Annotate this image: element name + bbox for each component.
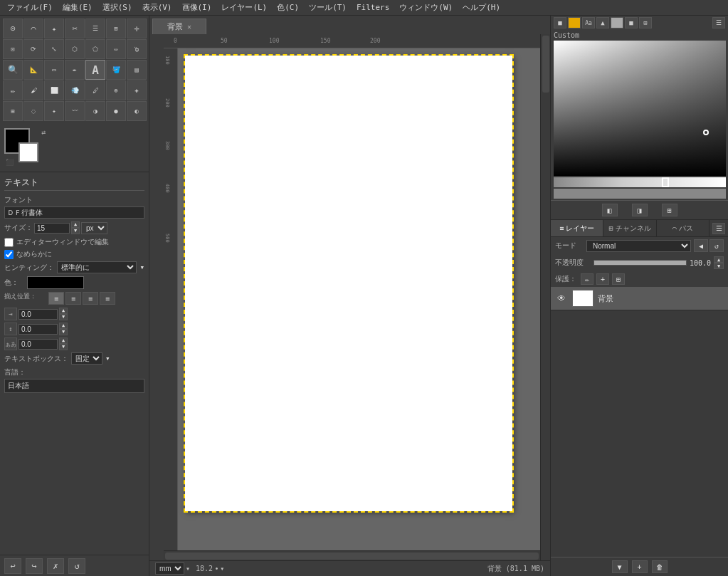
delete-btn[interactable]: ✗ (47, 558, 64, 574)
linespacing-up[interactable]: ▲ (59, 323, 68, 329)
align-center-btn[interactable]: ≡ (65, 292, 81, 305)
tool-crop[interactable]: ⊡ (3, 39, 23, 59)
tool-ink[interactable]: 🖊 (85, 80, 105, 100)
background-color[interactable] (19, 142, 38, 162)
tool-heal[interactable]: ✚ (127, 80, 147, 100)
letterspacing-up[interactable]: ▲ (59, 337, 68, 344)
redo-btn[interactable]: ↪ (26, 558, 43, 574)
opacity-down-btn[interactable]: ▼ (714, 263, 724, 269)
scrollbar-horizontal[interactable] (164, 550, 540, 560)
right-tool-4[interactable]: ▲ (596, 17, 609, 28)
tool-paintbucket[interactable]: 🪣 (106, 60, 126, 80)
undo-btn[interactable]: ↩ (4, 558, 21, 574)
menu-tools[interactable]: ツール(T) (305, 1, 351, 14)
tool-blend[interactable]: ▤ (127, 60, 147, 80)
canvas-document[interactable] (185, 56, 512, 511)
tool-perspective[interactable]: ⬠ (85, 39, 105, 59)
size-down-arrow[interactable]: ▼ (71, 228, 80, 234)
hue-handle[interactable] (662, 177, 669, 187)
right-tool-3[interactable]: Aa (582, 17, 595, 28)
font-name-input[interactable] (4, 206, 144, 219)
canvas-tab-close-icon[interactable]: ✕ (187, 23, 191, 31)
color-picker-handle[interactable] (703, 130, 709, 135)
lang-value[interactable]: 日本語 (4, 379, 144, 393)
tool-rect-select[interactable]: ▭ (44, 60, 64, 80)
tool-dodge[interactable]: ◑ (85, 101, 105, 121)
color-to-bg-btn[interactable]: ◨ (632, 204, 648, 216)
tool-sharpen[interactable]: ✦ (44, 101, 64, 121)
tool-eraser[interactable]: ⬜ (44, 80, 64, 100)
menu-file[interactable]: ファイル(F) (3, 1, 57, 14)
tool-measure[interactable]: 📐 (23, 60, 43, 80)
tab-layers[interactable]: ≡ レイヤー (551, 220, 603, 236)
right-panel-menu[interactable]: ☰ (712, 17, 725, 28)
tool-text[interactable]: A (85, 60, 105, 80)
scrollbar-vertical[interactable] (540, 34, 550, 560)
tool-flip[interactable]: ⇔ (106, 39, 126, 59)
layer-delete-btn[interactable]: 🗑 (652, 560, 668, 573)
protect-alpha-btn[interactable]: + (596, 273, 609, 285)
tool-eyedropper[interactable]: 🖰 (127, 39, 147, 59)
tool-clone[interactable]: ⊕ (106, 80, 126, 100)
letterspacing-down[interactable]: ▼ (59, 344, 68, 350)
right-tool-5[interactable] (611, 17, 623, 28)
layer-item[interactable]: 👁 背景 (551, 287, 728, 310)
menu-image[interactable]: 画像(I) (178, 1, 216, 14)
tool-scale[interactable]: ⤡ (44, 39, 64, 59)
canvas-viewport[interactable] (178, 48, 540, 550)
text-color-swatch[interactable] (27, 276, 84, 289)
color-gradient-box[interactable] (554, 41, 726, 176)
menu-color[interactable]: 色(C) (273, 1, 303, 14)
tool-blur[interactable]: ◌ (23, 101, 43, 121)
tool-path[interactable]: ✒ (65, 60, 85, 80)
right-tool-7[interactable]: ⊞ (639, 17, 652, 28)
editor-window-checkbox[interactable] (4, 238, 14, 247)
canvas-tab-background[interactable]: 背景 ✕ (152, 19, 206, 34)
size-unit-select[interactable]: px (81, 222, 107, 234)
menu-layer[interactable]: レイヤー(L) (217, 1, 271, 14)
tool-airbrush[interactable]: 💨 (65, 80, 85, 100)
tool-paintbrush[interactable]: 🖌 (23, 80, 43, 100)
opacity-up-btn[interactable]: ▲ (714, 256, 724, 263)
hue-slider[interactable] (554, 177, 726, 187)
menu-select[interactable]: 選択(S) (98, 1, 137, 14)
tool-burn[interactable]: ● (106, 101, 126, 121)
layers-panel-menu-btn[interactable]: ☰ (712, 223, 725, 234)
tool-ellipse-select[interactable]: ⊙ (3, 19, 23, 38)
menu-view[interactable]: 表示(V) (138, 1, 176, 14)
swap-colors-icon[interactable]: ⇄ (41, 128, 46, 136)
color-grid-btn[interactable]: ⊞ (662, 204, 677, 216)
linespacing-input[interactable] (19, 324, 58, 335)
layer-down-btn[interactable]: ▼ (612, 560, 628, 573)
unit-select[interactable]: mm (155, 562, 184, 575)
alpha-slider[interactable] (554, 189, 726, 199)
tool-magnify[interactable]: 🔍 (3, 60, 23, 80)
textbox-select[interactable]: 固定 (71, 352, 102, 365)
right-tool-6[interactable]: ■ (625, 17, 638, 28)
tool-move[interactable]: ✛ (127, 19, 147, 38)
color-to-fg-btn[interactable]: ◧ (602, 204, 618, 216)
mode-prev-btn[interactable]: ◀ (694, 239, 708, 252)
menu-help[interactable]: ヘルプ(H) (458, 1, 505, 14)
tool-free-select[interactable]: ⌒ (23, 19, 43, 38)
right-tool-2[interactable] (568, 17, 581, 28)
tool-foreground-select[interactable]: ☰ (85, 19, 105, 38)
tool-pencil[interactable]: ✏ (3, 80, 23, 100)
tool-desaturate[interactable]: ◐ (127, 101, 147, 121)
linespacing-down[interactable]: ▼ (59, 329, 68, 335)
indent-down[interactable]: ▼ (59, 314, 68, 320)
tool-fuzzy-select[interactable]: ✦ (44, 19, 64, 38)
menu-filters[interactable]: Filters (352, 1, 394, 14)
right-tool-1[interactable]: ■ (554, 17, 566, 28)
reset-btn[interactable]: ↺ (68, 558, 85, 574)
layer-visibility-icon[interactable]: 👁 (555, 292, 568, 305)
protect-pixel-btn[interactable]: ✏ (581, 273, 594, 285)
letterspacing-input[interactable] (19, 339, 58, 350)
opacity-slider[interactable] (594, 260, 687, 266)
align-justify-btn[interactable]: ≡ (100, 292, 115, 305)
mode-next-btn[interactable]: ↺ (709, 239, 724, 252)
tab-channels[interactable]: ⊞ チャンネル (603, 220, 656, 236)
tool-align[interactable]: ⊞ (106, 19, 126, 38)
layer-add-btn[interactable]: + (632, 560, 648, 573)
size-input[interactable] (34, 223, 70, 234)
